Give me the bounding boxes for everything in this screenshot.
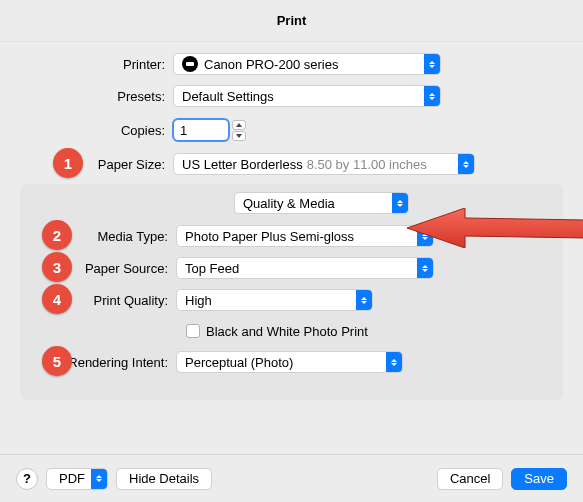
dropdown-arrows-icon	[417, 258, 433, 278]
print-quality-value: High	[185, 293, 352, 308]
copies-stepper[interactable]	[232, 120, 246, 141]
cancel-button[interactable]: Cancel	[437, 468, 503, 490]
media-type-value: Photo Paper Plus Semi-gloss	[185, 229, 413, 244]
callout-badge-2: 2	[42, 220, 72, 250]
bw-checkbox[interactable]	[186, 324, 200, 338]
printer-select[interactable]: Canon PRO-200 series	[173, 53, 441, 75]
dropdown-arrows-icon	[392, 193, 408, 213]
paper-size-select[interactable]: US Letter Borderless8.50 by 11.00 inches	[173, 153, 475, 175]
pdf-menu-button[interactable]: PDF	[46, 468, 108, 490]
section-select-value: Quality & Media	[243, 196, 388, 211]
printer-value: Canon PRO-200 series	[204, 57, 420, 72]
printer-status-icon	[182, 56, 198, 72]
callout-badge-1: 1	[53, 148, 83, 178]
bw-checkbox-label: Black and White Photo Print	[206, 324, 368, 339]
print-quality-select[interactable]: High	[176, 289, 373, 311]
stepper-up-icon[interactable]	[232, 120, 246, 130]
copies-input[interactable]	[173, 119, 229, 141]
presets-value: Default Settings	[182, 89, 420, 104]
dropdown-arrows-icon	[356, 290, 372, 310]
paper-source-value: Top Feed	[185, 261, 413, 276]
dropdown-arrows-icon	[424, 54, 440, 74]
dropdown-arrows-icon	[91, 469, 107, 489]
save-button[interactable]: Save	[511, 468, 567, 490]
options-section: Quality & Media 2 Media Type: Photo Pape…	[20, 184, 563, 400]
paper-size-dimensions: 8.50 by 11.00 inches	[307, 157, 427, 172]
rendering-intent-select[interactable]: Perceptual (Photo)	[176, 351, 403, 373]
presets-select[interactable]: Default Settings	[173, 85, 441, 107]
dropdown-arrows-icon	[458, 154, 474, 174]
callout-badge-3: 3	[42, 252, 72, 282]
dropdown-arrows-icon	[417, 226, 433, 246]
section-select[interactable]: Quality & Media	[234, 192, 409, 214]
copies-label: Copies:	[20, 123, 173, 138]
stepper-down-icon[interactable]	[232, 131, 246, 141]
paper-source-select[interactable]: Top Feed	[176, 257, 434, 279]
hide-details-button[interactable]: Hide Details	[116, 468, 212, 490]
paper-size-value: US Letter Borderless8.50 by 11.00 inches	[182, 157, 454, 172]
dropdown-arrows-icon	[424, 86, 440, 106]
media-type-select[interactable]: Photo Paper Plus Semi-gloss	[176, 225, 434, 247]
dropdown-arrows-icon	[386, 352, 402, 372]
help-button[interactable]: ?	[16, 468, 38, 490]
pdf-label: PDF	[59, 471, 85, 486]
printer-label: Printer:	[20, 57, 173, 72]
callout-badge-5: 5	[42, 346, 72, 376]
rendering-intent-value: Perceptual (Photo)	[185, 355, 382, 370]
paper-size-label: Paper Size:	[20, 157, 173, 172]
footer-bar: ? PDF Hide Details Cancel Save	[0, 454, 583, 502]
presets-label: Presets:	[20, 89, 173, 104]
callout-badge-4: 4	[42, 284, 72, 314]
window-title: Print	[0, 0, 583, 42]
